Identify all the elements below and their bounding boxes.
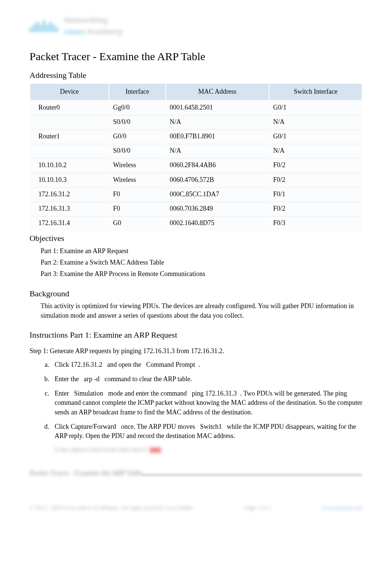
blurred-text: Is this address listed in the table abov… [55, 446, 148, 453]
bold: 172.16.31.2 [71, 361, 103, 368]
table-row: 172.16.31.4G00002.1640.8D75F0/3 [30, 216, 362, 230]
table-cell: 000C.85CC.1DA7 [166, 187, 269, 201]
th-mac: MAC Address [166, 84, 269, 100]
table-cell: 0001.6458.2501 [166, 101, 269, 114]
text: Enter [55, 390, 71, 397]
text: command to clear the ARP table. [103, 375, 192, 383]
table-cell: 172.16.31.4 [30, 216, 109, 230]
addressing-heading: Addressing Table [30, 70, 362, 81]
table-cell: 0002.1640.8D75 [166, 216, 269, 230]
table-cell: Router1 [30, 130, 109, 143]
table-cell: 00E0.F7B1.8901 [166, 130, 269, 143]
table-cell: F0/2 [269, 202, 362, 215]
logo-area: Networking cisco Academy [30, 15, 362, 38]
bold: arp -d [84, 375, 99, 383]
step-b: Enter the arp -d command to clear the AR… [51, 375, 362, 384]
table-row: 172.16.31.2F0000C.85CC.1DA7F0/1 [30, 187, 362, 201]
table-cell: F0/2 [269, 173, 362, 187]
cisco-bars-icon [30, 20, 58, 32]
text: and open the [106, 361, 143, 368]
table-cell: 10.10.10.2 [30, 158, 109, 172]
footer: © 2013 - 2019 Cisco and/or its affiliate… [30, 504, 362, 512]
footer-copyright: © 2013 - 2019 Cisco and/or its affiliate… [30, 504, 193, 512]
logo-line1: Networking [64, 15, 123, 26]
table-row: 10.10.10.3Wireless0060.4706.572BF0/2 [30, 173, 362, 187]
table-cell: 0060.4706.572B [166, 173, 269, 187]
running-header: Packet Tracer - Examine the ARP Table [30, 469, 362, 478]
background-text: This activity is optimized for viewing P… [41, 301, 362, 320]
table-cell: G0/1 [269, 101, 362, 114]
table-cell: F0/2 [269, 158, 362, 172]
objectives-heading: Objectives [30, 233, 362, 244]
bold: ping 172.16.31.3 [192, 390, 237, 397]
footer-link: www.netacad.com [321, 504, 362, 512]
background-heading: Background [30, 288, 362, 300]
bold: Simulation [74, 390, 103, 397]
table-row: S0/0/0N/AN/A [30, 115, 362, 129]
blurred-red-mark [150, 448, 161, 453]
objectives-list: Part 1: Examine an ARP Request Part 2: E… [41, 246, 362, 279]
table-row: Router1G0/000E0.F7B1.8901G0/1 [30, 130, 362, 143]
th-device: Device [30, 84, 109, 100]
step-d: Click Capture/Forward once. The ARP PDU … [51, 422, 362, 441]
logo-text: Networking cisco Academy [64, 15, 123, 38]
table-cell: N/A [166, 144, 269, 158]
bold: Command Prompt [146, 361, 195, 368]
bold: Capture/Forward [71, 423, 116, 430]
table-header-row: Device Interface MAC Address Switch Inte… [30, 84, 362, 100]
text: Enter the [55, 375, 80, 383]
th-switch-if: Switch Interface [269, 84, 362, 100]
running-title: Packet Tracer - Examine the ARP Table [30, 469, 142, 478]
table-cell [30, 115, 109, 129]
table-row: 10.10.10.2Wireless0060.2F84.4AB6F0/2 [30, 158, 362, 172]
table-cell: F0 [109, 202, 165, 215]
table-cell: N/A [166, 115, 269, 129]
logo-brand: cisco [64, 27, 85, 36]
table-cell: G0/1 [269, 130, 362, 143]
table-cell: Wireless [109, 173, 165, 187]
bold: Switch1 [200, 423, 222, 430]
table-cell: F0/1 [269, 187, 362, 201]
instructions-heading: Instructions Part 1: Examine an ARP Requ… [30, 330, 362, 341]
objective-item: Part 3: Examine the ARP Process in Remot… [41, 269, 362, 279]
footer-page: Page 1 of 3 [245, 504, 270, 512]
table-cell: 172.16.31.2 [30, 187, 109, 201]
blurred-question: Is this address listed in the table abov… [55, 446, 362, 454]
step-a: Click 172.16.31.2 and open the Command P… [51, 360, 362, 369]
table-cell: 0060.2F84.4AB6 [166, 158, 269, 172]
logo-line2: Academy [87, 27, 123, 36]
step-list: Click 172.16.31.2 and open the Command P… [51, 360, 362, 441]
table-cell: 10.10.10.3 [30, 173, 109, 187]
step1-title: Step 1: Generate ARP requests by pinging… [30, 346, 362, 356]
objective-item: Part 2: Examine a Switch MAC Address Tab… [41, 258, 362, 267]
table-cell: F0/3 [269, 216, 362, 230]
text: mode and enter the command [107, 390, 189, 397]
table-cell: 172.16.31.3 [30, 202, 109, 215]
text: . [198, 361, 200, 368]
table-cell: S0/0/0 [109, 144, 165, 158]
text: Click [55, 423, 71, 430]
table-cell: F0 [109, 187, 165, 201]
table-cell: S0/0/0 [109, 115, 165, 129]
addressing-table: Device Interface MAC Address Switch Inte… [30, 83, 362, 231]
table-cell [30, 144, 109, 158]
underline [141, 474, 362, 475]
page-title: Packet Tracer - Examine the ARP Table [30, 49, 362, 64]
th-interface: Interface [109, 84, 165, 100]
objective-item: Part 1: Examine an ARP Request [41, 246, 362, 256]
text: command cannot complete the ICMP packet … [55, 399, 362, 415]
table-row: S0/0/0N/AN/A [30, 144, 362, 158]
table-cell: Gg0/0 [109, 101, 165, 114]
table-cell: G0 [109, 216, 165, 230]
table-cell: N/A [269, 115, 362, 129]
text: once. The ARP PDU moves [119, 423, 197, 430]
bold: ping [335, 390, 347, 397]
table-row: 172.16.31.3F00060.7036.2849F0/2 [30, 202, 362, 215]
step-c: Enter Simulation mode and enter the comm… [51, 389, 362, 417]
text: . Two PDUs will be generated. The [240, 390, 335, 397]
text: Click [55, 361, 71, 368]
table-cell: G0/0 [109, 130, 165, 143]
table-cell: Wireless [109, 158, 165, 172]
table-row: Router0Gg0/00001.6458.2501G0/1 [30, 101, 362, 114]
table-cell: 0060.7036.2849 [166, 202, 269, 215]
